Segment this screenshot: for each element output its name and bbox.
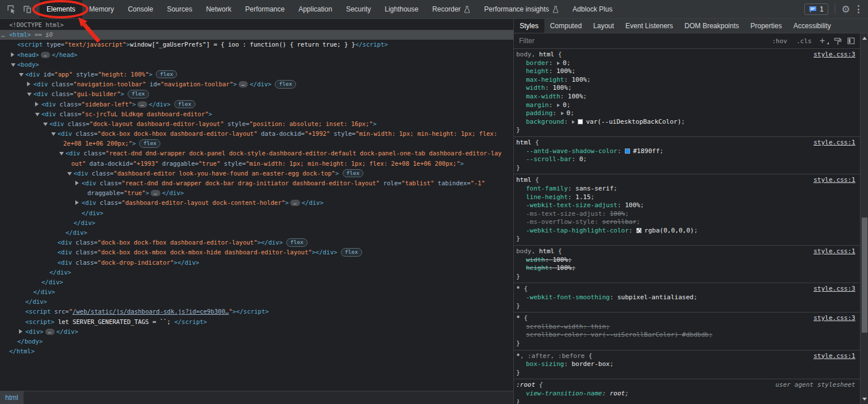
dom-tree-node[interactable]: <div class="dock-layout dashboard-editor… — [0, 119, 513, 129]
tab-memory[interactable]: Memory — [82, 0, 121, 18]
scrollbar-thumb[interactable] — [862, 218, 867, 333]
expand-shorthand-icon[interactable] — [561, 112, 564, 115]
expand-arrow-icon[interactable] — [19, 329, 22, 334]
styles-filter-input[interactable] — [518, 36, 767, 45]
stylesheet-link[interactable]: style.css:3 — [813, 51, 855, 59]
sidebar-toggle-icon[interactable] — [847, 37, 855, 44]
css-declaration[interactable]: width: 100%; — [516, 84, 857, 93]
collapse-arrow-icon[interactable] — [51, 132, 56, 136]
tab-accessibility[interactable]: Accessibility — [788, 19, 836, 33]
element-classes-button[interactable]: .cls — [792, 37, 816, 45]
expand-inline-button[interactable]: … — [239, 81, 248, 87]
dom-tree-node[interactable]: <div class="sc-jrcTuL bLdkqe dashboard-e… — [0, 109, 513, 119]
tab-computed[interactable]: Computed — [544, 19, 587, 33]
expand-inline-button[interactable]: … — [137, 101, 147, 108]
resource-link[interactable]: /web/static/js/dashboard-sdk.js?id=ce9b3… — [72, 308, 229, 315]
dom-tree-node[interactable]: <script> let SERVER_GENERATED_TAGS = ``;… — [0, 317, 513, 327]
device-toolbar-icon[interactable] — [19, 0, 34, 18]
tab-application[interactable]: Application — [291, 0, 339, 18]
css-declaration[interactable]: scrollbar-width: thin; — [516, 323, 857, 331]
tab-recorder[interactable]: Recorder — [425, 0, 477, 18]
expand-inline-button[interactable]: … — [290, 200, 299, 206]
dom-tree-node[interactable]: <div class="dock-box dock-hbox dashboard… — [0, 129, 513, 139]
flex-badge[interactable]: flex — [343, 169, 364, 178]
tab-performance[interactable]: Performance — [238, 0, 291, 18]
dom-tree-node[interactable]: </div> — [0, 218, 513, 228]
dom-tree-node[interactable]: <div class="sidebar-left">…</div>flex — [0, 100, 513, 109]
collapse-arrow-icon[interactable] — [19, 73, 24, 77]
console-messages-button[interactable]: 1 — [804, 3, 828, 15]
flex-badge[interactable]: flex — [174, 100, 195, 109]
expand-arrow-icon[interactable] — [27, 82, 30, 86]
styles-scrollbar[interactable] — [860, 33, 868, 404]
more-options-icon[interactable] — [854, 5, 863, 13]
css-declaration[interactable]: max-height: 100%; — [516, 76, 857, 85]
rule-selector[interactable]: * { — [516, 285, 857, 294]
css-declaration[interactable]: -webkit-tap-highlight-color: rgba(0,0,0,… — [516, 227, 857, 235]
dom-tree-node[interactable]: <script src="/web/static/js/dashboard-sd… — [0, 307, 513, 317]
dom-tree-node[interactable]: </div> — [0, 208, 513, 218]
new-style-rule-button[interactable]: + — [816, 36, 831, 46]
css-declaration[interactable]: margin: 0; — [516, 101, 857, 110]
tab-dom-breakpoints[interactable]: DOM Breakpoints — [679, 19, 745, 33]
tab-styles[interactable]: Styles — [514, 19, 544, 33]
css-declaration[interactable]: height: 100%; — [516, 264, 857, 273]
dom-tree-node[interactable]: </div> — [0, 268, 513, 277]
css-declaration[interactable]: box-sizing: border-box; — [516, 360, 857, 369]
inspect-icon[interactable] — [3, 0, 19, 18]
dom-tree-node[interactable]: <div class="react-dnd dnd-wrapper dock-p… — [0, 148, 513, 158]
css-declaration[interactable]: -ms-text-size-adjust: 100%; — [516, 210, 857, 219]
expand-shorthand-icon[interactable] — [557, 62, 560, 65]
collapse-arrow-icon[interactable] — [27, 93, 32, 96]
flex-badge[interactable]: flex — [286, 238, 308, 247]
stylesheet-link[interactable]: style.css:1 — [813, 139, 855, 147]
tab-console[interactable]: Console — [121, 0, 160, 18]
tab-network[interactable]: Network — [199, 0, 238, 18]
tab-elements[interactable]: Elements — [40, 0, 82, 18]
rule-selector[interactable]: *, :after, :before { — [516, 352, 857, 361]
rule-selector[interactable]: body, html { — [516, 51, 857, 59]
color-swatch[interactable] — [578, 119, 583, 124]
rule-selector[interactable]: * { — [516, 314, 857, 323]
css-declaration[interactable]: scrollbar-color: var(--uiScrollBarColor)… — [516, 331, 857, 340]
pseudo-state-button[interactable]: :hov — [767, 37, 792, 45]
tab-properties[interactable]: Properties — [745, 19, 788, 33]
tab-adblock-plus[interactable]: Adblock Plus — [566, 0, 619, 18]
css-declaration[interactable]: --scroll-bar: 0; — [516, 155, 857, 164]
dom-tree-node[interactable]: <div class="dashboard-editor look-you-ha… — [0, 169, 513, 178]
color-swatch[interactable] — [625, 148, 630, 154]
rule-selector[interactable]: html { — [516, 139, 857, 147]
flex-badge[interactable]: flex — [139, 139, 160, 148]
expand-arrow-icon[interactable] — [75, 200, 79, 205]
rule-selector[interactable]: html { — [516, 176, 857, 185]
collapse-arrow-icon[interactable] — [67, 172, 72, 176]
expand-shorthand-icon[interactable] — [572, 120, 575, 124]
stylesheet-link[interactable]: style.css:3 — [813, 285, 855, 294]
stylesheet-link[interactable]: style.css:1 — [813, 247, 855, 256]
scroll-down-arrow-icon[interactable] — [862, 398, 867, 401]
expand-inline-button[interactable]: … — [41, 52, 50, 58]
css-declaration[interactable]: height: 100%; — [516, 67, 857, 76]
expand-arrow-icon[interactable] — [11, 52, 14, 57]
expand-inline-button[interactable]: … — [151, 190, 160, 196]
dom-tree-node[interactable]: <div class="dock-box dock-mbox dock-mbox… — [0, 247, 513, 257]
dom-tree-node[interactable]: <body> — [0, 60, 513, 70]
css-declaration[interactable]: font-family: sans-serif; — [516, 185, 857, 193]
collapse-arrow-icon[interactable] — [59, 152, 64, 155]
css-declaration[interactable]: background: var(--uiDesktopBackColor); — [516, 118, 857, 127]
dom-tree-node[interactable]: <div class="dock-drop-indicator"></div> — [0, 258, 513, 268]
dom-tree-node[interactable]: <div id="app" style="height: 100%">flex — [0, 70, 513, 79]
dom-tree-node[interactable]: draggable="true">…</div> — [0, 188, 513, 198]
dom-tree-node[interactable]: <head>…</head> — [0, 50, 513, 60]
scroll-up-arrow-icon[interactable] — [862, 37, 867, 40]
stylesheet-link[interactable]: style.css:1 — [813, 176, 855, 185]
dom-tree-node[interactable]: <div>…</div> — [0, 327, 513, 337]
css-declaration[interactable]: view-transition-name: root; — [516, 390, 857, 398]
dom-tree-node[interactable]: <!DOCTYPE html> — [0, 20, 513, 30]
tab-lighthouse[interactable]: Lighthouse — [378, 0, 425, 18]
stylesheet-link[interactable]: style.css:1 — [813, 352, 855, 361]
tab-security[interactable]: Security — [339, 0, 378, 18]
css-declaration[interactable]: max-width: 100%; — [516, 93, 857, 101]
dom-tree-node[interactable]: out" data-dockid="+1993" draggable="true… — [0, 159, 513, 169]
dom-tree-node[interactable]: </div> — [0, 287, 513, 297]
